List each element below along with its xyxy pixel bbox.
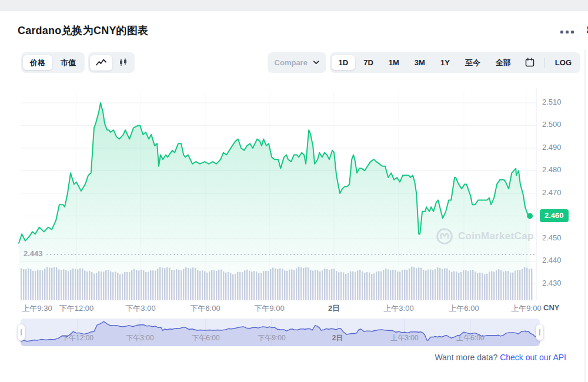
watermark-label: CoinMarketCap (458, 230, 534, 242)
minimap-left-handle[interactable] (17, 324, 25, 341)
y-axis-tick: 2.500 (542, 120, 573, 129)
coinmarketcap-logo-icon (436, 227, 453, 245)
y-axis-tick: 2.480 (542, 165, 573, 174)
x-axis-label: 2日 (328, 303, 340, 314)
footer-api-promo: Want more data? Check out our API (435, 353, 566, 362)
x-axis-label: 上午9:30 (22, 303, 52, 314)
minimap-label: 下午9:00 (258, 333, 285, 343)
x-axis-label: 下午12:00 (59, 303, 94, 314)
x-axis-label: 下午3:00 (125, 303, 155, 314)
y-axis-tick: 2.430 (542, 279, 573, 287)
x-axis-label: 上午3:00 (383, 303, 413, 314)
y-axis-tick: 2.450 (542, 233, 573, 242)
low-price-label: 2.443 (24, 249, 43, 258)
minimap-label: 上午6:00 (456, 333, 484, 343)
current-price-badge: 2.460 (540, 209, 569, 222)
currency-unit-label: CNY (543, 303, 559, 312)
chart-page: Cardano兑换为CNY的图表 价格 市值 (0, 0, 588, 382)
current-price-dot (527, 213, 533, 219)
minimap-label: 上午3:00 (390, 333, 418, 343)
x-axis-label: 上午9:00 (511, 303, 541, 314)
x-axis-label: 上午6:00 (449, 303, 479, 314)
footer-prompt: Want more data? (435, 353, 497, 362)
y-axis-tick: 2.510 (542, 98, 573, 106)
price-area (19, 103, 530, 300)
minimap-label: 2日 (332, 333, 343, 343)
api-link[interactable]: Check out our API (500, 353, 566, 362)
minimap-label: 下午6:00 (192, 333, 219, 343)
y-axis-tick: 2.470 (542, 188, 573, 197)
minimap-label: 下午3:00 (126, 333, 153, 343)
watermark: CoinMarketCap (436, 227, 534, 245)
y-axis-tick: 2.440 (542, 256, 573, 264)
y-axis-tick: 2.490 (542, 143, 573, 152)
right-panel-divider (584, 50, 586, 382)
minimap-label: 下午12:00 (62, 333, 93, 343)
minimap-right-handle[interactable] (536, 324, 544, 341)
x-axis-label: 下午6:00 (190, 303, 220, 314)
x-axis-label: 下午9:00 (254, 303, 284, 314)
